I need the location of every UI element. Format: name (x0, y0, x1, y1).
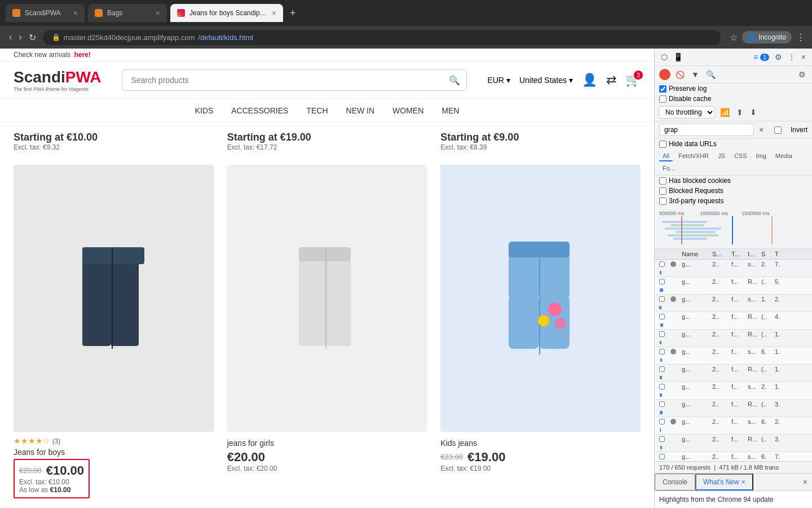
tab-1[interactable]: ScandiPWA × (6, 4, 85, 22)
nav-tech[interactable]: TECH (306, 106, 328, 115)
logo-area[interactable]: ScandiPWA The first PWA theme for Magent… (14, 68, 102, 92)
clear-button[interactable]: 🚫 (674, 69, 686, 81)
wifi-icon[interactable]: 📶 (718, 106, 731, 119)
filter-tab-fo[interactable]: Fo... (659, 164, 678, 173)
fetch-filter-icon[interactable]: ▼ (690, 68, 701, 81)
as-low-as-1: As low as €10.00 (19, 486, 84, 494)
devtools-network-tab[interactable]: ≡ 1 (752, 51, 771, 63)
whatsnew-tab[interactable]: What's New × (695, 474, 753, 491)
filter-tab-media[interactable]: Media (772, 151, 796, 161)
nav-kids[interactable]: KIDS (195, 106, 214, 115)
devtools-record-row: 🚫 ▼ 🔍 ⚙ (655, 66, 812, 84)
tab-2-close[interactable]: × (156, 8, 160, 17)
address-bar[interactable]: 🔒 master.d25kd40decjpue.amplifyapp.com /… (43, 30, 721, 45)
disable-cache-checkbox[interactable] (659, 95, 667, 103)
request-row-5[interactable]: g... 2.. f... R... (.. 1. (655, 330, 812, 347)
devtools-settings-icon[interactable]: ⚙ (773, 51, 784, 63)
third-party-checkbox[interactable] (659, 198, 667, 205)
throttle-select[interactable]: No throttling (659, 106, 715, 119)
record-button[interactable] (659, 69, 670, 80)
nav-accessories[interactable]: ACCESSORIES (231, 106, 288, 115)
request-row-7[interactable]: g... 2.. f... R... (.. 1. (655, 365, 812, 382)
tab-bar: ScandiPWA × Bags × Jeans for boys Scandi… (0, 0, 812, 26)
has-blocked-cookies-checkbox[interactable] (659, 177, 667, 185)
disable-cache-row: Disable cache (655, 94, 812, 104)
devtools-close-icon[interactable]: × (800, 51, 807, 63)
menu-button[interactable]: ⋮ (796, 32, 805, 43)
announcement-link[interactable]: here! (74, 51, 90, 59)
whatsnew-close[interactable]: × (742, 478, 745, 486)
download-icon[interactable]: ⬇ (748, 106, 758, 119)
nav-new-in[interactable]: NEW IN (346, 106, 375, 115)
account-button[interactable]: 👤 (582, 73, 597, 87)
invert-checkbox[interactable] (769, 126, 787, 134)
third-party-label[interactable]: 3rd-party requests (669, 197, 723, 205)
tab-3-close[interactable]: × (272, 8, 276, 17)
reload-button[interactable]: ↻ (27, 30, 38, 45)
request-row-6[interactable]: g... 2.. f... s... 6. 1. (655, 347, 812, 365)
product-card-1[interactable]: ★★★★☆ (3) Jeans for boys €20.00 €10.00 E… (14, 165, 214, 503)
search-icon: 🔍 (449, 75, 460, 86)
devtools-cursor-icon[interactable]: ⬡ (659, 51, 669, 63)
tab-3-favicon (177, 9, 185, 17)
forward-button[interactable]: › (16, 30, 24, 45)
cart-badge: 3 (634, 71, 643, 80)
console-tab[interactable]: Console (655, 474, 695, 491)
request-row-3[interactable]: g... 2.. f... s... 1. 2. (655, 295, 812, 312)
col-status: S... (712, 251, 729, 257)
request-row-9[interactable]: g... 2.. f... R... (.. 3. (655, 400, 812, 417)
filter-tab-all[interactable]: All (659, 151, 673, 161)
devtools-message-area: Highlights from the Chrome 94 update (655, 491, 812, 508)
region-selector[interactable]: United States ▾ (519, 76, 573, 85)
incognito-button[interactable]: 👤 Incognito (742, 31, 792, 43)
request-row-8[interactable]: g... 2.. f... s... 2. 1. (655, 382, 812, 400)
svg-rect-8 (299, 295, 325, 346)
upload-icon[interactable]: ⬆ (735, 106, 745, 119)
hide-data-urls-checkbox[interactable] (659, 141, 667, 148)
preserve-log-checkbox[interactable] (659, 85, 667, 93)
devtools-device-icon[interactable]: 📱 (672, 51, 685, 63)
product-card-3[interactable]: Kids jeans €23.00 €19.00 Excl. tax: €19.… (440, 165, 641, 503)
hide-data-urls-label[interactable]: Hide data URLs (669, 140, 717, 148)
search-input[interactable] (122, 69, 467, 91)
nav-women[interactable]: WOMEN (392, 106, 423, 115)
browser-actions: ☆ 👤 Incognito ⋮ (730, 31, 805, 43)
filter-tab-css[interactable]: CSS (731, 151, 751, 161)
request-row-4[interactable]: g... 2.. f... R... (.. 4. (655, 312, 812, 330)
filter-tab-fetch[interactable]: Fetch/XHR (675, 151, 712, 161)
partial-product-1: Starting at €10.00 Excl. tax: €9.32 (14, 132, 214, 151)
product-info-1: ★★★★☆ (3) Jeans for boys €20.00 €10.00 E… (14, 432, 214, 503)
filter-input[interactable] (659, 124, 754, 136)
invert-label[interactable]: Invert (791, 126, 807, 134)
cart-button[interactable]: 🛒 3 (625, 73, 641, 87)
filter-clear-icon[interactable]: × (757, 124, 765, 136)
devtools-settings-gear[interactable]: ⚙ (797, 68, 807, 81)
request-row-10[interactable]: g... 2.. f... s... 6. 2. (655, 417, 812, 435)
new-tab-button[interactable]: + (290, 7, 296, 19)
request-row-1[interactable]: g... 2.. f... s... 2. 7. (655, 260, 812, 277)
compare-button[interactable]: ⇄ (606, 73, 616, 87)
request-row-12[interactable]: g... 2.. f... s... 6. 7. (655, 452, 812, 461)
request-row-11[interactable]: g... 2.. f... R... (.. 3. (655, 435, 812, 452)
requests-header: Name S... T... I... S T (655, 249, 812, 260)
blocked-requests-checkbox[interactable] (659, 187, 667, 195)
devtools-bottom-close[interactable]: × (798, 474, 812, 491)
product-card-2[interactable]: jeans for girls €20.00 Excl. tax: €20.00 (227, 165, 427, 503)
blocked-requests-label[interactable]: Blocked Requests (669, 187, 723, 195)
filter-tab-img[interactable]: Img (753, 151, 770, 161)
back-button[interactable]: ‹ (7, 30, 14, 45)
currency-selector[interactable]: EUR ▾ (487, 76, 510, 85)
has-blocked-cookies-label[interactable]: Has blocked cookies (669, 177, 731, 185)
search-requests-icon[interactable]: 🔍 (704, 68, 717, 81)
devtools-more-icon[interactable]: ⋮ (786, 51, 797, 63)
tab-3[interactable]: Jeans for boys Scandipwa × (170, 4, 283, 22)
filter-tab-js[interactable]: JS (714, 151, 729, 161)
preserve-log-label[interactable]: Preserve log (669, 85, 707, 93)
product-image-2 (227, 165, 427, 432)
tab-2[interactable]: Bags × (88, 4, 167, 22)
bookmark-button[interactable]: ☆ (730, 32, 738, 43)
tab-1-close[interactable]: × (73, 8, 78, 17)
disable-cache-label[interactable]: Disable cache (669, 95, 711, 103)
request-row-2[interactable]: g... 2.. f... R... (.. 5. (655, 277, 812, 295)
nav-men[interactable]: MEN (442, 106, 459, 115)
